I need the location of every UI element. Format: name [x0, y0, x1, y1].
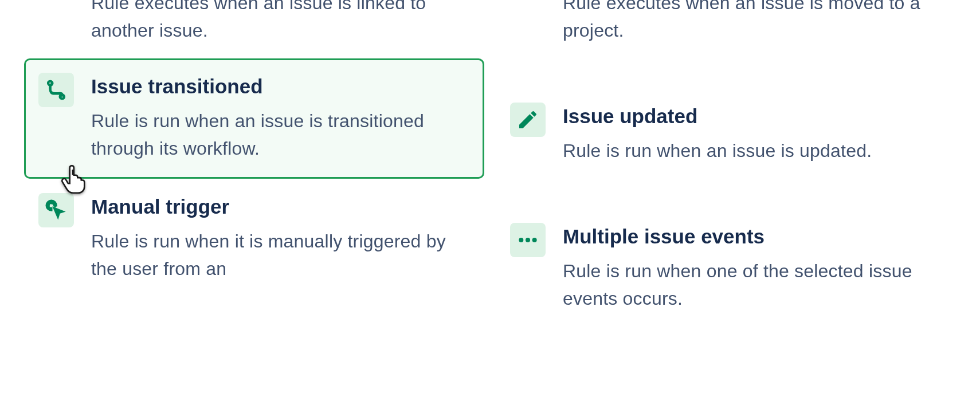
trigger-description: Rule is run when an issue is transitione… — [91, 107, 470, 162]
trigger-card-issue-updated[interactable]: Issue updated Rule is run when an issue … — [496, 88, 956, 179]
trigger-description: Rule executes when an issue is moved to … — [563, 0, 942, 44]
trigger-card-multiple-events[interactable]: Multiple issue events Rule is run when o… — [496, 209, 956, 327]
svg-point-4 — [519, 238, 523, 242]
trigger-description: Rule is run when it is manually triggere… — [91, 227, 470, 282]
trigger-card-issue-transitioned[interactable]: Issue transitioned Rule is run when an i… — [24, 58, 484, 179]
trigger-description: Rule executes when an issue is linked to… — [91, 0, 470, 44]
ellipsis-icon — [510, 223, 546, 257]
cursor-click-icon — [38, 193, 74, 227]
trigger-title: Multiple issue events — [563, 224, 942, 249]
trigger-title: Manual trigger — [91, 194, 470, 219]
trigger-card-manual-trigger[interactable]: Manual trigger Rule is run when it is ma… — [24, 179, 484, 327]
trigger-description: Rule is run when one of the selected iss… — [563, 257, 942, 312]
transition-icon — [38, 73, 74, 107]
trigger-description: Rule is run when an issue is updated. — [563, 137, 942, 164]
trigger-card-issue-moved[interactable]: Issue moved Rule executes when an issue … — [496, 0, 956, 58]
svg-point-5 — [526, 238, 530, 242]
pencil-icon — [510, 103, 546, 137]
trigger-title: Issue transitioned — [91, 74, 470, 99]
trigger-card-issue-linked[interactable]: Issue linked Rule executes when an issue… — [24, 0, 484, 58]
svg-point-6 — [532, 238, 537, 242]
trigger-title: Issue updated — [563, 104, 942, 129]
